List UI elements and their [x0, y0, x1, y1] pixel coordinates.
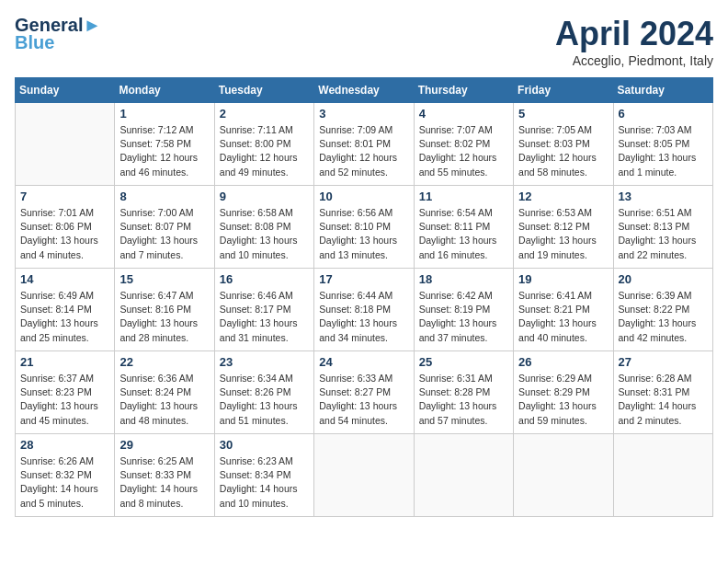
- day-info: Sunrise: 6:41 AMSunset: 8:21 PMDaylight:…: [518, 289, 608, 345]
- day-number: 21: [20, 355, 109, 369]
- day-info: Sunrise: 6:46 AMSunset: 8:17 PMDaylight:…: [220, 289, 309, 345]
- logo: General► Blue: [15, 15, 101, 53]
- day-cell: [16, 103, 115, 186]
- day-cell: [314, 434, 414, 517]
- day-info: Sunrise: 6:36 AMSunset: 8:24 PMDaylight:…: [119, 372, 209, 428]
- day-cell: [414, 434, 513, 517]
- day-info: Sunrise: 7:03 AMSunset: 8:05 PMDaylight:…: [619, 123, 708, 179]
- day-info: Sunrise: 6:34 AMSunset: 8:26 PMDaylight:…: [220, 372, 309, 428]
- day-number: 1: [119, 107, 209, 121]
- day-number: 5: [518, 107, 608, 121]
- page-header: General► Blue April 2024 Acceglio, Piedm…: [15, 15, 713, 68]
- weekday-header-friday: Friday: [514, 78, 613, 103]
- day-info: Sunrise: 6:54 AMSunset: 8:11 PMDaylight:…: [419, 206, 508, 262]
- day-cell: 19Sunrise: 6:41 AMSunset: 8:21 PMDayligh…: [514, 269, 613, 351]
- day-cell: 30Sunrise: 6:23 AMSunset: 8:34 PMDayligh…: [214, 434, 313, 517]
- day-cell: 12Sunrise: 6:53 AMSunset: 8:12 PMDayligh…: [514, 186, 613, 269]
- weekday-header-saturday: Saturday: [613, 78, 712, 103]
- day-number: 10: [319, 190, 408, 203]
- day-cell: 7Sunrise: 7:01 AMSunset: 8:06 PMDaylight…: [16, 186, 115, 269]
- day-cell: 10Sunrise: 6:56 AMSunset: 8:10 PMDayligh…: [314, 186, 414, 269]
- day-number: 2: [220, 107, 309, 121]
- day-number: 24: [319, 355, 408, 369]
- day-cell: 22Sunrise: 6:36 AMSunset: 8:24 PMDayligh…: [115, 351, 214, 434]
- day-info: Sunrise: 6:58 AMSunset: 8:08 PMDaylight:…: [220, 206, 309, 262]
- day-number: 30: [220, 438, 309, 452]
- day-number: 8: [119, 190, 209, 203]
- day-number: 23: [220, 355, 309, 369]
- day-info: Sunrise: 6:31 AMSunset: 8:28 PMDaylight:…: [419, 372, 508, 428]
- day-number: 29: [119, 438, 209, 452]
- weekday-header-wednesday: Wednesday: [314, 78, 414, 103]
- location: Acceglio, Piedmont, Italy: [555, 53, 713, 68]
- day-info: Sunrise: 6:33 AMSunset: 8:27 PMDaylight:…: [319, 372, 408, 428]
- day-number: 17: [319, 272, 408, 286]
- day-info: Sunrise: 6:26 AMSunset: 8:32 PMDaylight:…: [20, 454, 109, 511]
- month-title: April 2024: [555, 15, 713, 53]
- day-cell: 11Sunrise: 6:54 AMSunset: 8:11 PMDayligh…: [414, 186, 513, 269]
- day-cell: [613, 434, 712, 517]
- day-cell: 29Sunrise: 6:25 AMSunset: 8:33 PMDayligh…: [115, 434, 214, 517]
- day-cell: 3Sunrise: 7:09 AMSunset: 8:01 PMDaylight…: [314, 103, 414, 186]
- week-row-3: 14Sunrise: 6:49 AMSunset: 8:14 PMDayligh…: [16, 269, 713, 351]
- day-number: 4: [419, 107, 508, 121]
- day-info: Sunrise: 7:01 AMSunset: 8:06 PMDaylight:…: [20, 206, 109, 262]
- day-number: 27: [619, 355, 708, 369]
- week-row-2: 7Sunrise: 7:01 AMSunset: 8:06 PMDaylight…: [16, 186, 713, 269]
- day-number: 3: [319, 107, 408, 121]
- logo-blue: Blue: [15, 32, 54, 53]
- day-info: Sunrise: 6:47 AMSunset: 8:16 PMDaylight:…: [119, 289, 209, 345]
- day-info: Sunrise: 6:56 AMSunset: 8:10 PMDaylight:…: [319, 206, 408, 262]
- title-block: April 2024 Acceglio, Piedmont, Italy: [555, 15, 713, 68]
- day-cell: 17Sunrise: 6:44 AMSunset: 8:18 PMDayligh…: [314, 269, 414, 351]
- day-number: 12: [518, 190, 608, 203]
- day-number: 14: [20, 272, 109, 286]
- day-number: 19: [518, 272, 608, 286]
- day-info: Sunrise: 6:28 AMSunset: 8:31 PMDaylight:…: [619, 372, 708, 428]
- weekday-header-thursday: Thursday: [414, 78, 513, 103]
- week-row-4: 21Sunrise: 6:37 AMSunset: 8:23 PMDayligh…: [16, 351, 713, 434]
- day-cell: 4Sunrise: 7:07 AMSunset: 8:02 PMDaylight…: [414, 103, 513, 186]
- day-number: 13: [619, 190, 708, 203]
- day-number: 28: [20, 438, 109, 452]
- day-info: Sunrise: 7:12 AMSunset: 7:58 PMDaylight:…: [119, 123, 209, 179]
- day-cell: 16Sunrise: 6:46 AMSunset: 8:17 PMDayligh…: [214, 269, 313, 351]
- day-info: Sunrise: 6:23 AMSunset: 8:34 PMDaylight:…: [220, 454, 309, 511]
- day-cell: 25Sunrise: 6:31 AMSunset: 8:28 PMDayligh…: [414, 351, 513, 434]
- day-info: Sunrise: 7:07 AMSunset: 8:02 PMDaylight:…: [419, 123, 508, 179]
- day-cell: 18Sunrise: 6:42 AMSunset: 8:19 PMDayligh…: [414, 269, 513, 351]
- day-cell: 13Sunrise: 6:51 AMSunset: 8:13 PMDayligh…: [613, 186, 712, 269]
- week-row-5: 28Sunrise: 6:26 AMSunset: 8:32 PMDayligh…: [16, 434, 713, 517]
- day-info: Sunrise: 6:42 AMSunset: 8:19 PMDaylight:…: [419, 289, 508, 345]
- day-number: 22: [119, 355, 209, 369]
- calendar-table: SundayMondayTuesdayWednesdayThursdayFrid…: [15, 77, 713, 517]
- day-cell: 15Sunrise: 6:47 AMSunset: 8:16 PMDayligh…: [115, 269, 214, 351]
- day-number: 26: [518, 355, 608, 369]
- calendar-header-row: SundayMondayTuesdayWednesdayThursdayFrid…: [16, 78, 713, 103]
- day-number: 25: [419, 355, 508, 369]
- day-info: Sunrise: 6:44 AMSunset: 8:18 PMDaylight:…: [319, 289, 408, 345]
- day-info: Sunrise: 7:00 AMSunset: 8:07 PMDaylight:…: [119, 206, 209, 262]
- day-cell: 14Sunrise: 6:49 AMSunset: 8:14 PMDayligh…: [16, 269, 115, 351]
- weekday-header-monday: Monday: [115, 78, 214, 103]
- day-cell: 6Sunrise: 7:03 AMSunset: 8:05 PMDaylight…: [613, 103, 712, 186]
- day-info: Sunrise: 7:05 AMSunset: 8:03 PMDaylight:…: [518, 123, 608, 179]
- day-info: Sunrise: 6:29 AMSunset: 8:29 PMDaylight:…: [518, 372, 608, 428]
- day-info: Sunrise: 6:51 AMSunset: 8:13 PMDaylight:…: [619, 206, 708, 262]
- day-number: 6: [619, 107, 708, 121]
- day-cell: 26Sunrise: 6:29 AMSunset: 8:29 PMDayligh…: [514, 351, 613, 434]
- day-cell: 24Sunrise: 6:33 AMSunset: 8:27 PMDayligh…: [314, 351, 414, 434]
- day-info: Sunrise: 7:11 AMSunset: 8:00 PMDaylight:…: [220, 123, 309, 179]
- day-cell: 20Sunrise: 6:39 AMSunset: 8:22 PMDayligh…: [613, 269, 712, 351]
- day-info: Sunrise: 6:37 AMSunset: 8:23 PMDaylight:…: [20, 372, 109, 428]
- day-cell: 21Sunrise: 6:37 AMSunset: 8:23 PMDayligh…: [16, 351, 115, 434]
- day-cell: 27Sunrise: 6:28 AMSunset: 8:31 PMDayligh…: [613, 351, 712, 434]
- day-number: 15: [119, 272, 209, 286]
- day-info: Sunrise: 7:09 AMSunset: 8:01 PMDaylight:…: [319, 123, 408, 179]
- day-number: 9: [220, 190, 309, 203]
- day-info: Sunrise: 6:49 AMSunset: 8:14 PMDaylight:…: [20, 289, 109, 345]
- week-row-1: 1Sunrise: 7:12 AMSunset: 7:58 PMDaylight…: [16, 103, 713, 186]
- day-info: Sunrise: 6:53 AMSunset: 8:12 PMDaylight:…: [518, 206, 608, 262]
- day-number: 11: [419, 190, 508, 203]
- day-cell: 5Sunrise: 7:05 AMSunset: 8:03 PMDaylight…: [514, 103, 613, 186]
